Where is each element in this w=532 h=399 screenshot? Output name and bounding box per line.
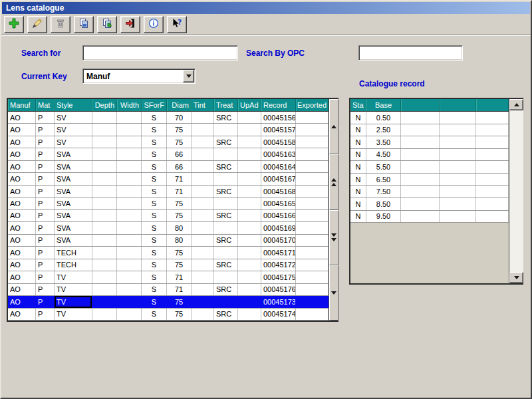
cell-style: SV: [55, 112, 92, 123]
table-row[interactable]: N2.50: [350, 124, 509, 137]
search-by-opc-input[interactable]: [359, 46, 462, 60]
cell-treat: SRC: [214, 136, 238, 148]
cell-width: [117, 235, 142, 246]
table-row[interactable]: N0.50: [350, 112, 509, 124]
table-row[interactable]: AOPSVAS7500045165: [8, 198, 329, 209]
table-row[interactable]: AOPTECHS7500045171: [8, 247, 329, 259]
exit-door-icon: [125, 18, 136, 31]
cell-record: 00045171: [261, 247, 296, 258]
exit-button[interactable]: [120, 16, 140, 33]
record-scroll-up-button[interactable]: [509, 99, 523, 110]
cell-sforf: S: [142, 271, 167, 283]
cell-exported: [296, 235, 329, 246]
cell-sforf: S: [142, 136, 167, 148]
table-row[interactable]: N7.50: [350, 186, 509, 198]
table-row[interactable]: AOPTVS7500045173: [8, 296, 329, 308]
cell-upad: [238, 148, 261, 160]
cell-upad: [238, 136, 261, 148]
table-row[interactable]: N8.50: [350, 198, 509, 211]
column-header-Exported: Exported: [296, 99, 329, 111]
cell-base: 2.50: [366, 124, 401, 136]
table-row[interactable]: N4.50: [350, 149, 509, 162]
cell-blank: [401, 198, 440, 210]
table-row[interactable]: AOPTECHS75SRC00045172: [8, 259, 329, 271]
table-row[interactable]: AOPTVS7100045175: [8, 271, 329, 283]
cell-blank: [476, 161, 509, 173]
table-row[interactable]: N3.50: [350, 136, 509, 149]
cell-blank: [476, 186, 509, 198]
scroll-up-button[interactable]: [329, 99, 338, 154]
cell-base: 7.50: [366, 186, 401, 198]
scroll-page-up-button[interactable]: [329, 154, 338, 209]
table-row[interactable]: AOPSVAS75SRC00045166: [8, 210, 329, 222]
column-header-blank: [401, 99, 440, 111]
cell-tint: [192, 112, 214, 123]
cell-sforf: S: [142, 173, 167, 184]
search-by-opc-field-frame: [358, 45, 463, 61]
cell-sta: N: [350, 149, 366, 161]
table-row[interactable]: AOPTVS71SRC00045176: [8, 284, 329, 296]
table-row[interactable]: AOPSVS70SRC00045156: [8, 112, 329, 124]
table-row[interactable]: AOPTVS75SRC00045174: [8, 309, 329, 321]
edit-button[interactable]: [27, 16, 47, 33]
cell-treat: SRC: [214, 235, 238, 246]
add-button[interactable]: [4, 16, 24, 33]
cell-style: SVA: [55, 161, 92, 172]
table-row[interactable]: AOPSVS7500045157: [8, 124, 329, 136]
column-header-Sta: Sta: [350, 99, 366, 111]
cell-tint: [192, 309, 214, 320]
table-row[interactable]: AOPSVS75SRC00045158: [8, 136, 329, 148]
cell-depth: [92, 259, 117, 271]
search-for-label: Search for: [21, 49, 61, 58]
cell-tint: [192, 186, 214, 197]
record-grid-empty-area: [350, 223, 509, 283]
scroll-down-button[interactable]: [329, 265, 338, 321]
table-row[interactable]: N9.50: [350, 211, 509, 223]
cell-mat: P: [36, 198, 55, 209]
cell-sforf: S: [142, 284, 167, 295]
cell-manuf: AO: [8, 235, 36, 246]
cell-style: SVA: [55, 173, 92, 184]
cell-tint: [192, 296, 214, 307]
cell-blank: [440, 124, 476, 136]
cell-width: [117, 210, 142, 221]
cell-exported: [296, 296, 329, 307]
table-row[interactable]: N6.50: [350, 174, 509, 186]
current-key-dropdown-button[interactable]: [183, 70, 194, 82]
cell-sforf: S: [142, 186, 167, 197]
cell-manuf: AO: [8, 173, 36, 184]
table-row[interactable]: AOPSVAS7100045167: [8, 173, 329, 185]
cell-mat: P: [36, 136, 55, 148]
cell-sta: N: [350, 112, 366, 124]
table-row[interactable]: AOPSVAS71SRC00045168: [8, 186, 329, 198]
cell-upad: [238, 210, 261, 221]
scroll-page-down-button[interactable]: [329, 210, 338, 265]
cell-style: SVA: [55, 222, 92, 233]
cell-tint: [192, 284, 214, 295]
cell-blank: [440, 198, 476, 210]
copy-button[interactable]: [74, 16, 94, 33]
table-row[interactable]: AOPSVAS6600045163: [8, 148, 329, 160]
table-row[interactable]: AOPSVAS66SRC00045164: [8, 161, 329, 173]
record-scroll-track[interactable]: [509, 110, 523, 272]
info-button[interactable]: [144, 16, 164, 33]
table-row[interactable]: N5.50: [350, 161, 509, 174]
record-scroll-down-button[interactable]: [509, 272, 523, 283]
cell-sta: N: [350, 136, 366, 148]
column-header-Diam: Diam: [167, 99, 192, 111]
help-arrow-icon: ?: [172, 18, 182, 31]
context-help-button[interactable]: ?: [167, 16, 187, 33]
search-for-input[interactable]: [83, 46, 237, 60]
cell-depth: [92, 148, 117, 160]
table-row[interactable]: AOPSVAS8000045169: [8, 222, 329, 234]
cell-mat: P: [36, 235, 55, 246]
cell-upad: [238, 296, 261, 307]
table-row[interactable]: AOPSVAS80SRC00045170: [8, 235, 329, 247]
cell-width: [117, 124, 142, 135]
current-key-combobox[interactable]: Manuf: [82, 68, 196, 84]
delete-button[interactable]: [51, 16, 70, 33]
cell-style: TV: [55, 309, 92, 320]
cell-sta: N: [350, 174, 366, 186]
cell-diam: 66: [167, 161, 192, 172]
copy-insert-button[interactable]: [97, 16, 117, 33]
